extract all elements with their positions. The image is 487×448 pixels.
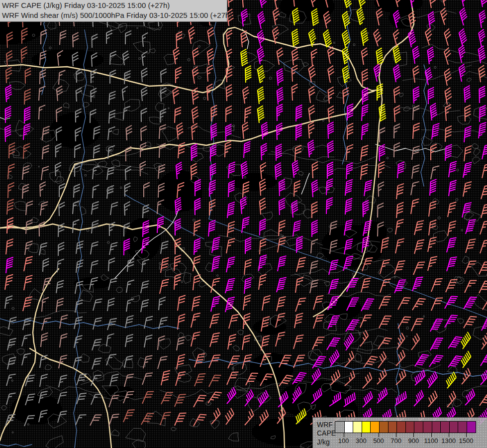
legend-tick-mark bbox=[449, 433, 449, 437]
legend-tick-mark bbox=[396, 433, 396, 437]
legend-color-scale bbox=[335, 421, 476, 433]
legend-tick-mark bbox=[466, 433, 467, 437]
legend-swatch bbox=[335, 422, 344, 433]
map-canvas bbox=[0, 0, 487, 448]
legend-swatch bbox=[467, 422, 476, 433]
legend-swatch bbox=[440, 422, 449, 433]
legend-swatch bbox=[423, 422, 432, 433]
legend-swatch bbox=[449, 422, 458, 433]
legend-swatch bbox=[362, 422, 371, 433]
legend-tick-mark bbox=[413, 433, 414, 437]
legend-swatch bbox=[379, 422, 388, 433]
legend-swatch bbox=[432, 422, 441, 433]
title-box: WRF CAPE (J/kg) Friday 03-10-2025 15:00 … bbox=[0, 0, 227, 22]
legend-swatch bbox=[405, 422, 414, 433]
legend-swatch bbox=[370, 422, 379, 433]
title-line-shear: WRF Wind shear (m/s) 500/1000hPa Friday … bbox=[2, 10, 227, 20]
title-line-cape: WRF CAPE (J/kg) Friday 03-10-2025 15:00 … bbox=[2, 0, 227, 10]
cape-legend: WRF CAPE J/kg 10030050070090011001300150… bbox=[312, 417, 487, 448]
legend-tick-label: 1100 bbox=[421, 437, 441, 445]
legend-swatch bbox=[396, 422, 405, 433]
legend-tick-mark bbox=[361, 433, 362, 437]
wrf-map-screenshot: WRF CAPE (J/kg) Friday 03-10-2025 15:00 … bbox=[0, 0, 487, 448]
legend-swatch bbox=[458, 422, 467, 433]
legend-label-unit: J/kg bbox=[317, 438, 330, 446]
legend-tick-mark bbox=[379, 433, 379, 437]
legend-label-cape: CAPE bbox=[317, 429, 336, 437]
legend-tick-label: 500 bbox=[369, 437, 389, 445]
legend-tick-label: 300 bbox=[351, 437, 371, 445]
legend-swatch bbox=[353, 422, 362, 433]
legend-label-wrf: WRF bbox=[317, 421, 333, 429]
legend-tick-mark bbox=[344, 433, 344, 437]
legend-tick-mark bbox=[431, 433, 432, 437]
legend-tick-label: 1300 bbox=[439, 437, 459, 445]
legend-tick-label: 700 bbox=[386, 437, 406, 445]
legend-swatch bbox=[414, 422, 423, 433]
legend-swatch bbox=[388, 422, 397, 433]
legend-tick-label: 1500 bbox=[456, 437, 476, 445]
legend-swatch bbox=[344, 422, 353, 433]
legend-tick-label: 100 bbox=[334, 437, 354, 445]
legend-tick-label: 900 bbox=[403, 437, 423, 445]
